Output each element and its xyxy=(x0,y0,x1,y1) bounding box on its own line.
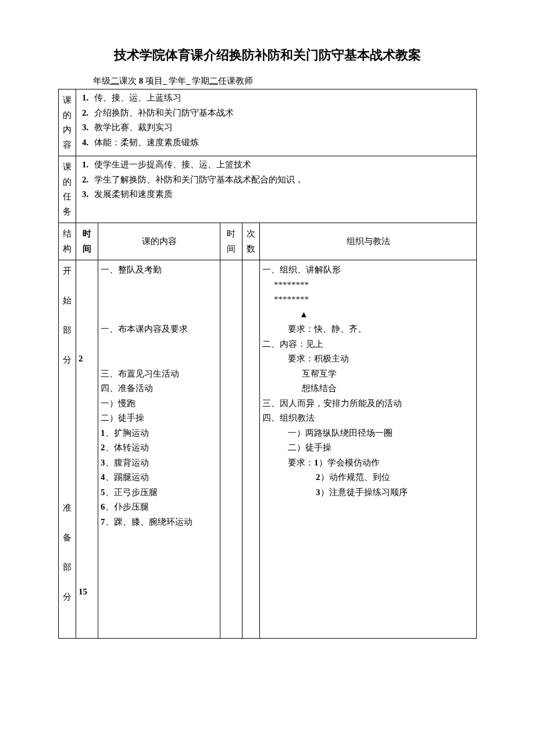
lesson-value: 8 xyxy=(139,76,144,85)
time-cell: 2 15 xyxy=(76,260,98,639)
term-label: 学期 xyxy=(192,76,209,85)
time2-cell xyxy=(220,260,242,639)
header-content: 课的内容 xyxy=(98,223,220,260)
header-structure: 结构 xyxy=(59,223,76,260)
lesson-table: 课 的 内 容 1.传、接、运、上蓝练习 2.介绍换防、补防和关门防守基本战术 … xyxy=(58,89,477,639)
row-label-content: 课 的 内 容 xyxy=(59,89,76,156)
content-cell: 一、整队及考勤 一、布本课内容及要求 三、布置见习生活动 四、准备活动 一）慢跑… xyxy=(98,260,220,639)
list-item: 1.传、接、运、上蓝练习 xyxy=(79,91,474,106)
table-row: 开 始 部 分 准 备 部 分 xyxy=(59,260,477,639)
grade-value: 二 xyxy=(110,76,119,87)
cishu-cell xyxy=(242,260,260,639)
lesson-label: 课次 xyxy=(119,76,137,85)
list-item: 3.发展柔韧和速度素质 xyxy=(79,187,474,202)
table-row: 课 的 任 务 1.使学生进一步提高传、接、运、上篮技术 2.学生了解换防、补防… xyxy=(59,156,477,223)
list-item: 3.教学比赛、裁判实习 xyxy=(79,120,474,135)
year-label: 学年 xyxy=(169,76,186,85)
project-blank xyxy=(163,76,169,86)
list-item: 1.使学生进一步提高传、接、运、上篮技术 xyxy=(79,157,474,173)
year-blank xyxy=(186,76,192,86)
row-content: 1.传、接、运、上蓝练习 2.介绍换防、补防和关门防守基本战术 3.教学比赛、裁… xyxy=(76,89,477,156)
teacher-label: 任课教师 xyxy=(218,76,253,85)
meta-line: 年级二课次 8 项目 学年 学期二任课教师 xyxy=(58,76,477,87)
list-item: 4.体能：柔韧、速度素质锻炼 xyxy=(79,135,474,151)
header-time2: 时间 xyxy=(220,223,242,260)
header-cishu: 次 数 xyxy=(242,223,260,260)
method-cell: 一、组织、讲解队形 ******** ******** ▲ 要求：快、静、齐。 … xyxy=(260,260,477,639)
page-title: 技术学院体育课介绍换防补防和关门防守基本战术教案 xyxy=(58,46,477,64)
table-header-row: 结构 时间 课的内容 时间 次 数 组织与教法 xyxy=(59,223,477,260)
grade-label: 年级 xyxy=(93,76,110,85)
row-content: 1.使学生进一步提高传、接、运、上篮技术 2.学生了解换防、补防和关门防守基本战… xyxy=(76,156,477,223)
header-time: 时间 xyxy=(76,223,98,260)
header-method: 组织与教法 xyxy=(260,223,477,260)
row-label-task: 课 的 任 务 xyxy=(59,156,76,223)
term-value: 二 xyxy=(209,76,218,87)
section-label: 开 始 部 分 准 备 部 分 xyxy=(59,260,76,639)
project-label: 项目 xyxy=(145,76,163,85)
table-row: 课 的 内 容 1.传、接、运、上蓝练习 2.介绍换防、补防和关门防守基本战术 … xyxy=(59,89,477,156)
list-item: 2.学生了解换防、补防和关门防守基本战术配合的知识， xyxy=(79,173,474,188)
list-item: 2.介绍换防、补防和关门防守基本战术 xyxy=(79,106,474,121)
